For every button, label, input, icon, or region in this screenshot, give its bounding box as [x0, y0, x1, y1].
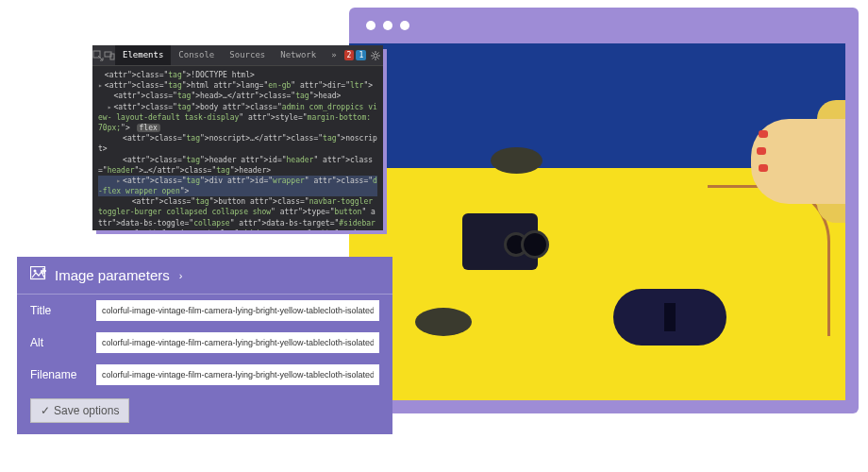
image-parameters-header[interactable]: Image parameters ›	[17, 257, 392, 295]
camera-lens	[521, 230, 549, 259]
tab-more[interactable]: »	[324, 45, 343, 65]
traffic-light-dot	[366, 21, 376, 30]
camera-body	[462, 213, 538, 270]
svg-point-5	[34, 270, 37, 273]
film-strip	[708, 185, 830, 336]
save-options-button[interactable]: ✓ Save options	[30, 398, 129, 423]
traffic-light-dot	[400, 21, 409, 30]
dom-tree[interactable]: <attr">class="tag">!DOCTYPE html>▸<attr"…	[92, 66, 383, 230]
title-input[interactable]	[96, 300, 379, 321]
chevron-right-icon: ›	[179, 270, 183, 281]
devtools-tab-bar: Elements Console Sources Network » 2 1 ⋮…	[92, 45, 383, 66]
save-label: Save options	[54, 404, 119, 417]
fingernail	[759, 164, 768, 172]
fingernail	[757, 147, 766, 155]
inspect-icon[interactable]	[92, 48, 104, 63]
tab-console[interactable]: Console	[171, 45, 222, 65]
lens-cap	[415, 308, 472, 336]
gear-icon[interactable]	[368, 48, 383, 63]
fingernail	[759, 130, 768, 138]
check-icon: ✓	[41, 404, 50, 417]
param-row-filename: Filename	[17, 359, 392, 391]
image-parameters-panel: Image parameters › Title Alt Filename ✓ …	[17, 257, 392, 434]
tab-elements[interactable]: Elements	[115, 45, 171, 65]
filename-label: Filename	[30, 368, 87, 381]
error-badge[interactable]: 2	[344, 50, 355, 60]
filename-input[interactable]	[96, 364, 379, 385]
browser-titlebar	[349, 8, 859, 43]
image-preview	[349, 43, 845, 400]
tab-sources[interactable]: Sources	[222, 45, 273, 65]
lens-cap	[491, 147, 542, 174]
param-row-alt: Alt	[17, 327, 392, 359]
svg-point-3	[374, 54, 377, 58]
alt-label: Alt	[30, 336, 87, 349]
traffic-light-dot	[383, 21, 392, 30]
devtools-panel: Elements Console Sources Network » 2 1 ⋮…	[92, 45, 383, 230]
alt-input[interactable]	[96, 332, 379, 353]
param-row-title: Title	[17, 295, 392, 327]
device-icon[interactable]	[104, 48, 115, 63]
image-params-icon	[30, 266, 47, 284]
panel-title: Image parameters	[55, 267, 170, 283]
hand	[751, 119, 845, 204]
title-label: Title	[30, 304, 87, 317]
browser-preview-window	[349, 8, 859, 413]
info-badge[interactable]: 1	[356, 50, 366, 60]
tab-network[interactable]: Network	[273, 45, 324, 65]
